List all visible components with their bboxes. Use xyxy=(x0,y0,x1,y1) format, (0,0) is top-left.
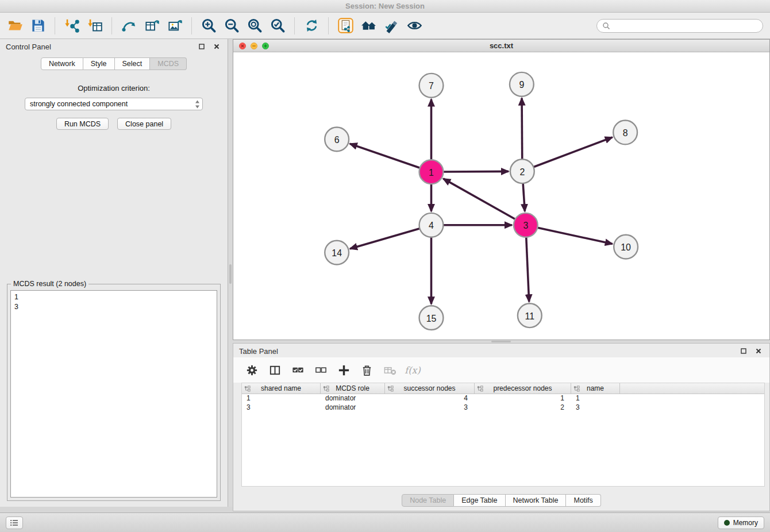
network-canvas[interactable]: 7968124314101511 xyxy=(233,52,769,340)
zoom-selected-icon xyxy=(270,18,286,33)
control-panel-close-button[interactable] xyxy=(211,41,222,52)
run-mcds-button[interactable]: Run MCDS xyxy=(56,118,109,130)
network-graph[interactable]: 7968124314101511 xyxy=(233,52,769,340)
graph-edge-2-9[interactable] xyxy=(522,98,522,160)
delete-row-button[interactable] xyxy=(356,361,377,379)
graph-node-6[interactable]: 6 xyxy=(325,127,349,151)
graph-node-label: 2 xyxy=(519,167,525,177)
dropdown-arrows-icon xyxy=(194,99,201,109)
delete-row-icon xyxy=(360,364,374,377)
graph-node-10[interactable]: 10 xyxy=(614,235,638,259)
network-from-clipboard-button[interactable] xyxy=(334,15,357,37)
open-folder-button[interactable] xyxy=(3,15,26,37)
home-icon xyxy=(361,18,376,33)
graph-node-label: 11 xyxy=(525,311,535,321)
export-image-button[interactable] xyxy=(163,15,186,37)
splitter-handle[interactable] xyxy=(491,341,511,342)
graph-node-8[interactable]: 8 xyxy=(613,121,637,145)
graph-node-4[interactable]: 4 xyxy=(419,213,444,237)
graph-node-15[interactable]: 15 xyxy=(419,306,444,330)
network-window-titlebar[interactable]: scc.txt xyxy=(233,40,769,52)
tab-network[interactable]: Network xyxy=(41,57,83,70)
cell-predecessor-nodes: 1 xyxy=(475,394,571,403)
toolbar-icons xyxy=(3,15,426,37)
column-header-name[interactable]: name xyxy=(571,383,620,394)
add-row-button[interactable] xyxy=(333,361,354,379)
graph-node-label: 14 xyxy=(332,248,342,258)
graph-edge-1-6[interactable] xyxy=(350,144,420,168)
graph-node-9[interactable]: 9 xyxy=(510,72,534,97)
zoom-fit-button[interactable] xyxy=(243,15,266,37)
tab-network-table[interactable]: Network Table xyxy=(506,494,567,507)
new-network-button[interactable] xyxy=(117,15,140,37)
mcds-result-list[interactable]: 13 xyxy=(10,290,217,498)
toolbar-separator xyxy=(328,17,329,34)
vertical-splitter[interactable] xyxy=(228,39,233,507)
refresh-button[interactable] xyxy=(300,15,323,37)
tab-motifs[interactable]: Motifs xyxy=(566,494,600,507)
refresh-icon xyxy=(304,18,319,33)
home-button[interactable] xyxy=(357,15,380,37)
deselect-all-button[interactable] xyxy=(310,361,331,379)
mcds-result-title: MCDS result (2 nodes) xyxy=(11,280,88,288)
minimize-window-button[interactable] xyxy=(251,43,257,49)
zoom-in-button[interactable] xyxy=(197,15,220,37)
panel-selector-button[interactable] xyxy=(6,516,23,529)
graph-node-3[interactable]: 3 xyxy=(514,213,538,237)
column-header-shared-name[interactable]: shared name xyxy=(242,383,321,394)
search-input[interactable] xyxy=(613,22,757,30)
search-field[interactable] xyxy=(596,19,763,33)
memory-button[interactable]: Memory xyxy=(718,516,764,529)
graph-edge-4-14[interactable] xyxy=(350,229,419,249)
select-all-button[interactable] xyxy=(287,361,308,379)
graph-node-7[interactable]: 7 xyxy=(419,74,444,98)
graph-node-2[interactable]: 2 xyxy=(510,159,534,183)
graph-edge-2-3[interactable] xyxy=(523,183,525,211)
import-table-button[interactable] xyxy=(83,15,106,37)
graph-node-label: 1 xyxy=(429,168,434,178)
zoom-out-button[interactable] xyxy=(220,15,243,37)
column-header-predecessor-nodes[interactable]: predecessor nodes xyxy=(475,383,571,394)
titlebar[interactable]: Session: New Session xyxy=(0,0,770,13)
graph-edge-3-10[interactable] xyxy=(537,228,612,244)
deselect-all-icon xyxy=(314,364,328,377)
column-header-successor-nodes[interactable]: successor nodes xyxy=(385,383,475,394)
gear-button[interactable] xyxy=(241,361,262,379)
graph-node-11[interactable]: 11 xyxy=(518,303,542,327)
graph-edge-1-2[interactable] xyxy=(443,171,509,172)
graph-node-14[interactable]: 14 xyxy=(325,241,349,265)
splitter-handle[interactable] xyxy=(229,264,232,284)
tab-style[interactable]: Style xyxy=(83,57,115,70)
tab-node-table[interactable]: Node Table xyxy=(402,494,454,507)
criterion-dropdown[interactable]: strongly connected component xyxy=(25,98,203,110)
graph-edge-3-11[interactable] xyxy=(526,237,529,302)
show-hide-button[interactable] xyxy=(403,15,426,37)
table-panel-header: Table Panel xyxy=(233,344,769,358)
close-window-button[interactable] xyxy=(239,43,246,49)
column-header-label: name xyxy=(587,384,604,392)
column-header-mcds-role[interactable]: MCDS role xyxy=(321,383,385,394)
zoom-selected-button[interactable] xyxy=(266,15,289,37)
tab-select[interactable]: Select xyxy=(115,57,151,70)
control-panel-float-button[interactable] xyxy=(197,41,207,52)
table-row[interactable]: 3dominator323 xyxy=(242,403,764,413)
graph-node-1[interactable]: 1 xyxy=(419,160,444,184)
tab-edge-table[interactable]: Edge Table xyxy=(454,494,505,507)
apply-style-button[interactable] xyxy=(380,15,403,37)
memory-label: Memory xyxy=(733,519,758,527)
table-row[interactable]: 1dominator411 xyxy=(242,394,764,403)
status-bar: Memory xyxy=(0,512,770,532)
tab-mcds[interactable]: MCDS xyxy=(150,57,187,70)
sort-icon xyxy=(244,385,251,392)
table-panel-title: Table Panel xyxy=(239,347,278,356)
zoom-window-button[interactable] xyxy=(262,43,269,49)
columns-button[interactable] xyxy=(264,361,285,379)
close-panel-button[interactable]: Close panel xyxy=(117,118,171,130)
graph-edge-2-8[interactable] xyxy=(533,137,612,167)
graph-edge-3-1[interactable] xyxy=(443,179,515,219)
save-button[interactable] xyxy=(26,15,49,37)
table-panel-close-button[interactable] xyxy=(753,346,764,356)
import-network-button[interactable] xyxy=(60,15,83,37)
export-table-button[interactable] xyxy=(140,15,163,37)
table-panel-float-button[interactable] xyxy=(738,346,749,356)
